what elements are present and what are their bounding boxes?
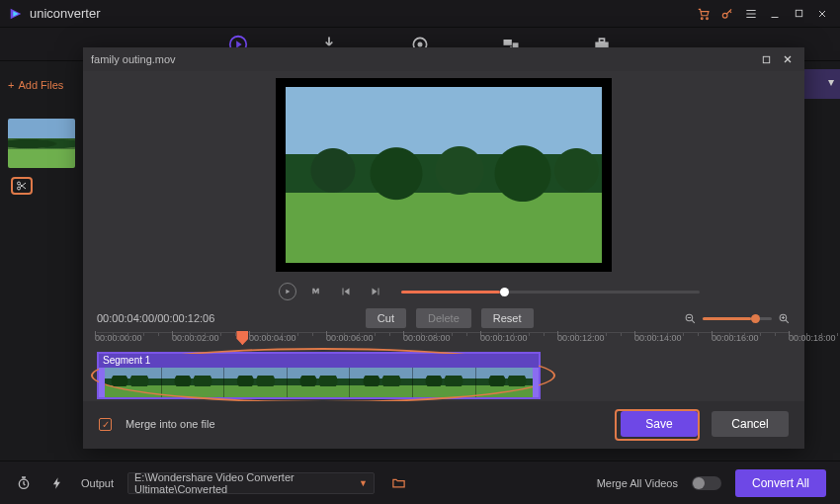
svg-point-16 <box>18 182 21 185</box>
reset-button[interactable]: Reset <box>481 308 534 328</box>
svg-rect-12 <box>504 40 512 45</box>
zoom-slider[interactable] <box>703 317 772 320</box>
svg-point-2 <box>701 17 703 19</box>
zoom-control <box>684 312 791 325</box>
svg-rect-20 <box>343 289 344 295</box>
filmstrip <box>99 368 539 397</box>
svg-point-10 <box>418 42 421 45</box>
ruler-tick: 00:00:04:00 <box>249 333 296 343</box>
trim-editor-modal: family outing.mov 00:00:04:00/00:00:12:0… <box>83 47 804 449</box>
segment-1[interactable]: Segment 1 <box>97 352 541 399</box>
modal-maximize-icon[interactable] <box>757 50 775 68</box>
open-folder-icon[interactable] <box>388 473 408 493</box>
timeline: 00:00:00:0000:00:02:0000:00:04:0000:00:0… <box>83 332 804 401</box>
video-content <box>286 87 602 263</box>
ruler-tick: 00:00:00:00 <box>95 333 142 343</box>
minimize-icon[interactable] <box>765 4 785 24</box>
cut-button[interactable]: Cut <box>366 308 406 328</box>
next-frame-button[interactable] <box>366 282 385 301</box>
cancel-button[interactable]: Cancel <box>712 411 789 437</box>
chevron-down-icon: ▼ <box>359 478 368 488</box>
scissors-icon <box>16 180 28 192</box>
titlebar: uniconverter <box>0 0 840 28</box>
svg-rect-15 <box>600 39 605 42</box>
add-files-label: Add Files <box>18 79 63 91</box>
menu-icon[interactable] <box>741 4 761 24</box>
gpu-icon[interactable] <box>47 473 67 493</box>
modal-header: family outing.mov <box>83 47 804 71</box>
output-label: Output <box>81 477 114 489</box>
app-logo-icon <box>8 6 24 22</box>
zoom-knob[interactable] <box>751 314 760 323</box>
thumbnail-image <box>8 119 75 168</box>
clip-thumbnail[interactable] <box>8 119 75 168</box>
schedule-icon[interactable] <box>14 473 34 493</box>
app-footer: Output E:\Wondershare Video Converter Ul… <box>0 461 840 504</box>
segment-handle-left[interactable] <box>99 368 105 397</box>
svg-point-3 <box>707 17 709 19</box>
svg-rect-5 <box>796 10 801 16</box>
time-current: 00:00:04:00 <box>97 312 154 324</box>
ruler-tick: 00:00:06:00 <box>326 333 374 343</box>
ruler-tick: 00:00:10:00 <box>480 333 528 343</box>
zoom-in-icon[interactable] <box>778 312 791 325</box>
convert-all-button[interactable]: Convert All <box>735 469 826 497</box>
svg-rect-23 <box>378 289 379 295</box>
svg-point-4 <box>722 13 727 18</box>
trim-button[interactable] <box>11 177 33 195</box>
trim-controls-row: 00:00:04:00/00:00:12:06 Cut Delete Reset <box>83 304 804 332</box>
video-preview <box>83 71 804 279</box>
maximize-icon[interactable] <box>789 4 808 24</box>
format-dropdown-collapsed[interactable]: ▾ <box>800 69 840 99</box>
delete-button[interactable]: Delete <box>416 308 471 328</box>
merge-all-label: Merge All Videos <box>597 477 678 489</box>
progress-knob[interactable] <box>500 288 509 296</box>
timecode: 00:00:04:00/00:00:12:06 <box>97 312 214 324</box>
segment-handle-right[interactable] <box>533 368 539 397</box>
modal-footer: ✓ Merge into one file Save Cancel <box>83 401 804 449</box>
time-total: 00:00:12:06 <box>157 312 214 324</box>
svg-marker-22 <box>373 289 378 295</box>
play-button[interactable] <box>279 283 296 300</box>
merge-checkbox[interactable]: ✓ <box>99 418 112 431</box>
ruler-tick: 00:00:18:00 <box>789 333 836 343</box>
output-path-text: E:\Wondershare Video Converter Ultimate\… <box>134 471 359 495</box>
chevron-down-icon: ▾ <box>828 75 834 89</box>
video-frame[interactable] <box>276 78 612 272</box>
output-path-dropdown[interactable]: E:\Wondershare Video Converter Ultimate\… <box>127 472 375 494</box>
prev-frame-button[interactable] <box>336 282 356 301</box>
svg-marker-21 <box>345 289 350 295</box>
ruler-tick: 00:00:02:00 <box>172 333 219 343</box>
timeline-track[interactable]: Segment 1 <box>97 352 791 401</box>
app-title: uniconverter <box>30 6 101 21</box>
playback-progress[interactable] <box>401 291 700 294</box>
save-button[interactable]: Save <box>621 411 698 437</box>
modal-close-icon[interactable] <box>779 50 797 68</box>
ruler-tick: 00:00:12:00 <box>557 333 605 343</box>
merge-label: Merge into one file <box>126 418 215 430</box>
ruler-tick: 00:00:16:00 <box>712 333 759 343</box>
close-icon[interactable] <box>812 4 832 24</box>
ruler-tick: 00:00:08:00 <box>403 333 451 343</box>
plus-icon: + <box>8 79 14 91</box>
left-column: + Add Files <box>0 61 83 198</box>
zoom-out-icon[interactable] <box>684 312 697 325</box>
key-icon[interactable] <box>717 4 737 24</box>
playback-controls <box>83 279 804 304</box>
timeline-ruler[interactable]: 00:00:00:0000:00:02:0000:00:04:0000:00:0… <box>97 332 791 350</box>
svg-marker-19 <box>286 290 290 294</box>
cart-icon[interactable] <box>694 4 714 24</box>
modal-filename: family outing.mov <box>91 53 176 65</box>
ruler-tick: 00:00:14:00 <box>634 333 682 343</box>
segment-label: Segment 1 <box>99 354 539 368</box>
snapshot-button[interactable] <box>306 282 326 301</box>
progress-fill <box>401 291 500 294</box>
svg-rect-18 <box>763 56 769 62</box>
add-files-button[interactable]: + Add Files <box>8 79 83 91</box>
playhead[interactable] <box>236 331 248 345</box>
merge-all-toggle[interactable] <box>692 476 721 490</box>
svg-point-17 <box>18 187 21 190</box>
